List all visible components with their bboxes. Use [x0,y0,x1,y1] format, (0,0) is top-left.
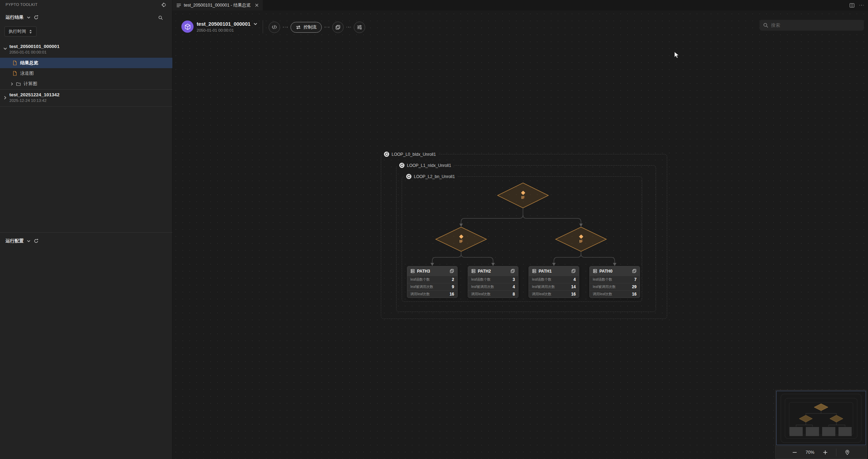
layers-icon[interactable] [571,269,576,273]
search-input[interactable] [771,23,860,28]
tab-result-overview[interactable]: test_20500101_000001 - 结果总览 [172,0,263,10]
split-editor-icon[interactable] [850,3,854,8]
stat-value: 16 [450,292,454,297]
loop-icon [399,163,404,168]
mouse-cursor [674,51,680,59]
chevron-down-icon[interactable] [253,22,257,26]
stat-row: leaf函数个数2 [407,276,457,283]
stat-value: 8 [513,292,515,297]
flow-canvas[interactable]: test_20500101_000001 2050-01-01 00:00:01… [172,10,868,459]
ellipsis-icon [346,27,351,28]
tree-item-result-overview[interactable]: 结果总览 [0,58,172,68]
stat-value: 14 [571,284,576,289]
stat-row: leaf函数个数3 [468,276,518,283]
code-view-button[interactable] [269,22,280,33]
stat-row: leaf函数个数7 [590,276,640,283]
path-card-header: PATH1 [529,266,579,276]
folder-icon [16,82,21,86]
zoom-level: 70% [805,450,814,455]
if-node-left[interactable]: IF [435,227,487,252]
tree-item-swimlane[interactable]: 泳道图 [0,68,172,79]
chevron-down-icon[interactable] [27,239,31,243]
zoom-in-button[interactable] [823,450,828,455]
stat-label: 调用leaf次数 [410,292,430,297]
path-card-header: PATH0 [590,266,640,276]
stat-value: 7 [634,277,637,282]
chevron-down-icon[interactable] [27,16,31,19]
path-card-path3[interactable]: PATH3 leaf函数个数2 leaf被调用次数9 调用leaf次数16 [407,266,458,298]
list-icon [177,3,181,7]
loop-name: LOOP_L1_nIdx_Unroll1 [407,163,451,168]
search-icon [763,23,768,28]
canvas-search [760,20,864,31]
run1-expand-chevron-icon[interactable] [3,46,8,51]
if-node-label: IF [459,239,463,243]
sidebar-search-icon[interactable] [157,15,164,21]
file-icon [13,61,17,65]
ellipsis-icon [325,27,329,28]
tree-item-label: 结果总览 [20,60,38,66]
minimap-viewport[interactable] [776,391,866,445]
config-section-header: 运行配置 [6,238,39,244]
if-node-top[interactable]: IF [497,183,549,208]
tab-close-icon[interactable] [255,3,259,7]
queue-icon [593,269,597,273]
stat-row: 调用leaf次数16 [590,290,640,298]
queue-icon [471,269,476,273]
stat-row: leaf被调用次数9 [407,283,457,290]
settings-view-button[interactable] [354,22,365,33]
stat-label: 调用leaf次数 [593,292,612,297]
divider [0,89,172,90]
stat-label: leaf函数个数 [410,277,430,282]
loop-label-l1[interactable]: LOOP_L1_nIdx_Unroll1 [397,162,453,168]
run2-header[interactable]: test_20251224_101342 2025-12-24 10:13:42 [9,92,59,103]
minimap-graph [777,391,866,445]
layers-icon[interactable] [510,269,515,273]
refresh-icon[interactable] [34,15,39,20]
tree-item-compute-graph[interactable]: 计算图 [0,79,172,89]
loop-icon [384,152,389,157]
if-node-right[interactable]: IF [555,227,607,252]
stat-row: leaf被调用次数4 [468,283,518,290]
path-card-path1[interactable]: PATH1 leaf函数个数4 leaf被调用次数14 调用leaf次数16 [529,266,579,298]
layers-icon[interactable] [632,269,637,273]
sort-by-time-chip[interactable]: 执行时间 [5,26,36,37]
path-card-header: PATH3 [407,266,457,276]
editor-actions [850,0,864,10]
tab-title: test_20500101_000001 - 结果总览 [184,2,251,8]
code-icon [272,25,277,29]
loop-icon [406,174,411,179]
cube-icon [184,23,191,30]
loop-label-l2[interactable]: LOOP_L2_bn_Unroll1 [404,174,457,179]
fit-view-pin-icon[interactable] [845,450,850,455]
run2-expand-chevron-icon[interactable] [3,95,8,100]
toolkit-icon[interactable] [160,1,167,8]
path-card-path2[interactable]: PATH2 leaf函数个数3 leaf被调用次数4 调用leaf次数8 [468,266,518,298]
run-header: test_20500101_000001 2050-01-01 00:00:01 [197,21,257,32]
refresh-icon[interactable] [34,239,39,243]
path-card-path0[interactable]: PATH0 leaf函数个数7 leaf被调用次数29 调用leaf次数16 [589,266,640,298]
control-flow-button[interactable]: 控制流 [290,22,322,33]
stat-label: leaf被调用次数 [593,284,616,289]
path-name: PATH1 [539,269,569,274]
zoom-out-button[interactable] [792,450,797,455]
tab-bar: test_20500101_000001 - 结果总览 [172,0,868,10]
stat-value: 3 [513,277,515,282]
layers-icon[interactable] [450,269,454,273]
run1-header[interactable]: test_20500101_000001 2050-01-01 00:00:01 [9,44,59,54]
if-node-label: IF [521,195,525,200]
run2-time: 2025-12-24 10:13:42 [9,98,59,103]
stat-value: 4 [513,284,515,289]
path-name: PATH3 [417,269,448,274]
stat-value: 29 [632,284,637,289]
stat-label: leaf函数个数 [471,277,491,282]
stat-label: leaf被调用次数 [532,284,555,289]
divider [0,106,172,107]
sidebar: PYPTO TOOLKIT 运行结果 执行时间 test_20500101_00… [0,0,172,459]
more-actions-icon[interactable] [859,5,864,6]
stat-label: leaf被调用次数 [471,284,494,289]
divider [263,20,263,33]
layers-view-button[interactable] [332,22,344,33]
if-diamond-icon [579,234,583,239]
loop-label-l0[interactable]: LOOP_L0_bIdx_Unroll1 [382,151,438,157]
